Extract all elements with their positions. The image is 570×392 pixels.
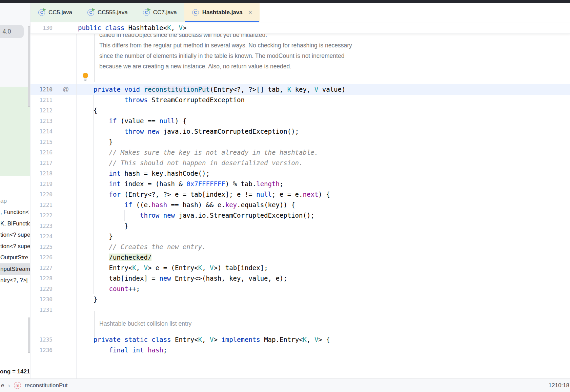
line-number[interactable]: 1220 [30,189,53,200]
breadcrumb-class-truncated[interactable]: e [1,382,4,389]
code-token: Map.Entry< [260,336,303,343]
code-line-1214[interactable]: 1214 throw new java.io.StreamCorruptedEx… [30,126,570,137]
line-number[interactable]: 1216 [30,147,53,158]
code-line-1212[interactable]: 1212 { [30,105,570,116]
tab-hashtable-java[interactable]: CHashtable.java× [184,3,260,22]
code-line-1222[interactable]: 1222 throw new java.io.StreamCorruptedEx… [30,210,570,221]
code-line-1217[interactable]: 1217 // This should not happen in deseri… [30,158,570,168]
code-line-1236[interactable]: 1236 final int hash; [30,345,570,355]
code-line-1219[interactable]: 1219 int index = (hash & 0x7FFFFFFF) % t… [30,179,570,189]
code-editor[interactable]: called in readObject since the subclass … [30,22,570,378]
code-line-1220[interactable]: 1220 for (Entry<?, ?> e = tab[index]; e … [30,189,570,200]
line-number[interactable]: 1219 [30,179,53,189]
line-number[interactable]: 1225 [30,242,53,252]
java-class-icon: C [87,9,95,16]
code-line-1224[interactable]: 1224 } [30,231,570,242]
left-panel-list-item[interactable]: ntry<?, ?>[ [0,275,30,286]
code-token: } [78,222,128,230]
line-number[interactable]: 1227 [30,263,53,273]
code-token [144,128,147,135]
code-token: { [78,107,97,114]
line-number[interactable]: 1231 [30,305,53,315]
intention-lightbulb-icon[interactable] [82,72,89,83]
breadcrumb-method[interactable]: reconstitutionPut [25,382,68,389]
code-token [78,201,124,209]
code-token: java.io.StreamCorruptedException(); [159,128,299,135]
tab-cc7-java[interactable]: CCC7.java [135,3,184,22]
code-line-1223[interactable]: 1223 } [30,221,570,231]
code-token: throw [140,212,159,219]
code-line-1221[interactable]: 1221 if ((e.hash == hash) && e.key.equal… [30,200,570,210]
code-line-1213[interactable]: 1213 if (value == null) { [30,116,570,126]
code-line-1216[interactable]: 1216 // Makes sure the key is not alread… [30,147,570,158]
sticky-header-line[interactable]: 130 public class Hashtable<K, V> [30,22,570,34]
line-number[interactable]: 1214 [30,126,53,137]
code-token: >) tab[index]; [213,264,268,271]
line-number[interactable]: 1224 [30,231,53,242]
line-number[interactable]: 1211 [30,95,53,105]
left-panel-list-item[interactable]: tion<? supe [0,230,30,241]
code-token: public class [78,24,124,31]
code-token: ) { [318,191,330,198]
line-number[interactable]: 1236 [30,345,53,355]
left-panel-list-item[interactable]: ap [0,195,30,207]
line-number[interactable]: 1235 [30,334,53,345]
left-panel-scrollbar-thumb[interactable] [28,318,30,353]
code-token: ; [163,346,167,354]
line-number[interactable]: 1210 [30,84,53,95]
left-panel-list-item[interactable]: nputStream [0,263,30,275]
line-number[interactable]: 1230 [30,294,53,305]
code-lines[interactable]: 1210@ private void reconstitutionPut(Ent… [30,84,570,355]
code-token: new [163,212,175,219]
left-panel-scrollbar-thumb[interactable] [28,26,30,107]
line-number[interactable]: 1212 [30,105,53,116]
code-line-1225[interactable]: 1225 // Creates the new entry. [30,242,570,252]
annotation-gutter-icon[interactable]: @ [63,84,69,94]
line-number[interactable]: 1215 [30,137,53,147]
left-panel-list-item[interactable]: , Function< [0,207,30,218]
code-token: value) [318,86,345,93]
code-line-1235[interactable]: 1235 private static class Entry<K, V> im… [30,334,570,345]
code-line-1228[interactable]: 1228 tab[index] = new Entry<>(hash, key,… [30,273,570,284]
line-number[interactable]: 1222 [30,210,53,221]
code-token: (Entry<?, ?>[] tab, [210,86,287,93]
line-number[interactable]: 1217 [30,158,53,168]
line-number[interactable]: 1213 [30,116,53,126]
code-token: > [213,336,221,343]
code-line-1218[interactable]: 1218 int hash = key.hashCode(); [30,168,570,179]
left-panel-list-item[interactable]: tion<? supe [0,241,30,252]
left-panel-list-item[interactable]: OutputStre [0,252,30,264]
code-token: } [78,138,113,146]
javadoc-text: Hashtable bucket collision list entry [99,315,191,332]
code-token: int [109,170,121,177]
code-line-1231[interactable]: 1231 [30,305,570,315]
caret-position-widget[interactable]: 1210:18 [549,379,569,392]
left-panel-diff-added-area [0,87,30,176]
code-line-1215[interactable]: 1215 } [30,137,570,147]
left-panel-item-list: ap, Function<K, BiFunctiotion<? supetion… [0,195,30,286]
line-number[interactable]: 1218 [30,168,53,179]
line-number[interactable]: 1226 [30,252,53,263]
code-line-1227[interactable]: 1227 Entry<K, V> e = (Entry<K, V>) tab[i… [30,263,570,273]
code-line-1210[interactable]: 1210@ private void reconstitutionPut(Ent… [30,84,570,95]
code-line-1229[interactable]: 1229 count++; [30,284,570,294]
code-token [78,96,124,104]
tab-cc555-java[interactable]: CCC555.java [80,3,135,22]
code-line-1211[interactable]: 1211 throws StreamCorruptedException [30,95,570,105]
code-text: int hash = key.hashCode(); [78,168,210,179]
code-line-1230[interactable]: 1230 } [30,294,570,305]
code-text: } [78,231,113,242]
line-number[interactable]: 1221 [30,200,53,210]
left-panel-list-item[interactable]: K, BiFunctio [0,218,30,230]
line-number[interactable]: 1229 [30,284,53,294]
code-text: // Makes sure the key is not already in … [78,147,318,158]
code-text: throws StreamCorruptedException [78,95,245,105]
close-icon[interactable]: × [248,9,252,16]
line-number[interactable]: 1223 [30,221,53,231]
tab-label: CC7.java [153,9,177,16]
line-number[interactable]: 1228 [30,273,53,284]
code-line-1226[interactable]: 1226 /unchecked/ [30,252,570,263]
code-token: throw [124,128,144,135]
code-token: /unchecked/ [109,254,152,261]
tab-cc5-java[interactable]: CCC5.java [30,3,80,22]
